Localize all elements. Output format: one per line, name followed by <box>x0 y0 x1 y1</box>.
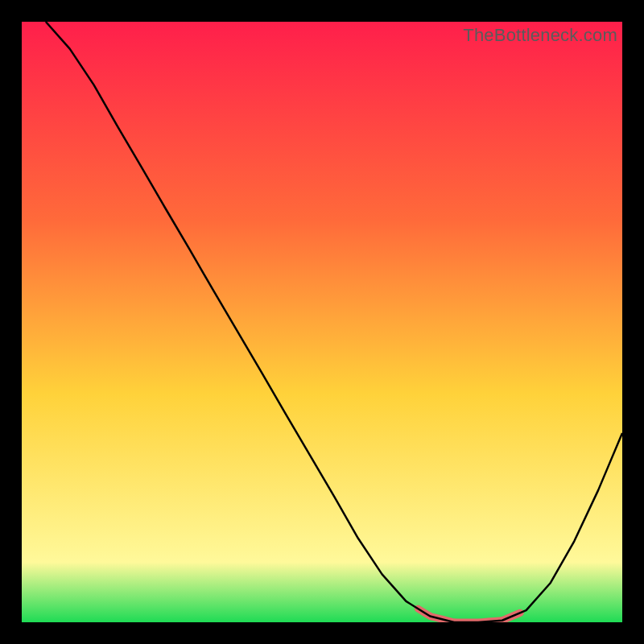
bottleneck-chart <box>22 22 622 622</box>
gradient-background <box>22 22 622 622</box>
watermark-text: TheBottleneck.com <box>463 25 617 46</box>
chart-frame: TheBottleneck.com <box>22 22 622 622</box>
